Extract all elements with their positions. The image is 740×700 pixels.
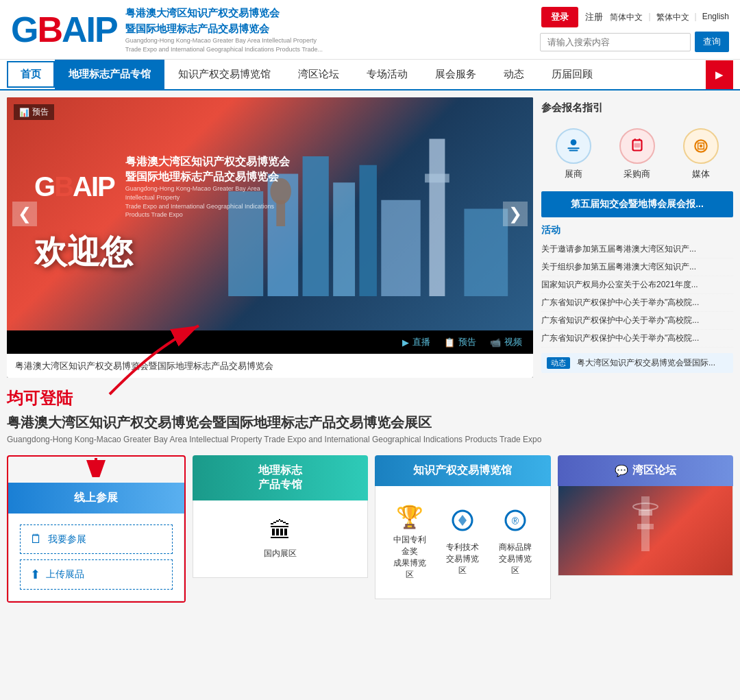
sidebar-news-item-5[interactable]: 广东省知识产权保护中心关于举办"高校院... [541,312,733,330]
lang-tc[interactable]: 繁体中文 [656,12,689,23]
preview-icon: 📋 [444,337,455,348]
down-arrow-annotation [8,457,184,483]
sidebar-news-list: 关于邀请参加第五届粤港澳大湾区知识产... 关于组织参加第五届粤港澳大湾区知识产… [541,241,733,348]
card1-header: 线上参展 [8,483,184,514]
card1-btn1[interactable]: 🗒 我要参展 [20,524,173,554]
left-content: 📊 预告 [7,97,533,378]
card2-label: 国内展区 [264,548,297,559]
nav-news[interactable]: 动态 [490,60,538,89]
upload-icon: ⬆ [30,567,40,582]
svg-point-11 [570,139,576,145]
sidebar-news-item-3[interactable]: 国家知识产权局办公室关于公布2021年度... [541,276,733,294]
card3-patent-gold[interactable]: 🏆 中国专利金奖成果博览区 [386,497,434,588]
carousel-live-ctrl[interactable]: ▶ 直播 [402,336,430,348]
live-icon: ▶ [402,337,409,348]
search-input[interactable] [540,33,691,51]
svg-rect-13 [569,150,578,152]
card3-label3: 商标品牌交易博览区 [499,542,532,577]
card4-body [558,486,734,576]
sidebar-banner[interactable]: 第五届知交会暨地博会展会报... [541,191,733,217]
sidebar-exhibitor[interactable]: 展商 [556,128,591,180]
domestic-icon: 🏛 [269,518,291,544]
carousel-title-line2: 暨国际地理标志产品交易博览会 [125,169,290,184]
sidebar-section-title: 活动 [541,224,733,237]
patent-tech-icon [450,508,475,538]
cards-section: 线上参展 🗒 我要参展 ⬆ 上传展品 地理标志 产品专馆 🏛 国内展区 知识产权… [0,455,740,610]
login-button[interactable]: 登录 [541,7,578,27]
card4-header: 💬 湾区论坛 [558,455,734,486]
card1-btn2-label: 上传展品 [46,568,84,581]
sidebar-news-item-1[interactable]: 关于邀请参加第五届粤港澳大湾区知识产... [541,241,733,258]
card2-domestic[interactable]: 🏛 国内展区 [204,511,357,566]
card1-btn2[interactable]: ⬆ 上传展品 [20,559,173,590]
card-bay-forum: 💬 湾区论坛 [558,455,734,603]
card-ip: 知识产权交易博览馆 🏆 中国专利金奖成果博览区 专利技术交易博览区 ® [375,455,551,603]
participate-icon: 🗒 [30,532,42,546]
nav-forum[interactable]: 湾区论坛 [284,60,353,89]
logo-en-title: Guangdong-Hong Kong-Macao Greater Bay Ar… [125,36,323,53]
logo-a: A [62,10,86,49]
card3-header: 知识产权交易博览馆 [375,455,551,486]
logo-area: GBAIP 粤港澳大湾区知识产权交易博览会 暨国际地理标志产品交易博览会 Gua… [11,5,323,53]
carousel-next-button[interactable]: ❯ [503,202,528,226]
header: GBAIP 粤港澳大湾区知识产权交易博览会 暨国际地理标志产品交易博览会 Gua… [0,0,740,60]
register-button[interactable]: 注册 [585,11,603,23]
exhibitor-icon [556,128,591,164]
carousel: 📊 预告 [7,97,533,378]
nav-home[interactable]: 首页 [7,61,55,88]
annotation-title-cn: 粤港澳大湾区知识产权交易博览会暨国际地理标志产品交易博览会展区 [7,413,733,432]
lang-sc[interactable]: 简体中文 [610,12,643,23]
card3-patent-tech[interactable]: 专利技术交易博览区 [439,497,486,588]
card-online-expo: 线上参展 🗒 我要参展 ⬆ 上传展品 [7,455,186,603]
nav-geo[interactable]: 地理标志产品专馆 [55,60,164,89]
carousel-welcome: 欢迎您 [34,230,133,274]
canton-tower-svg [618,490,673,572]
nav-more[interactable]: ▶ [706,60,733,89]
card-geo: 地理标志 产品专馆 🏛 国内展区 [193,455,369,603]
search-button[interactable]: 查询 [695,32,729,52]
logo-i: I [86,10,95,49]
card4-image [558,486,733,575]
card3-label1: 中国专利金奖成果博览区 [393,534,427,581]
buyer-icon [619,128,655,164]
carousel-video-ctrl[interactable]: 📹 视频 [490,336,522,348]
card3-grid: 🏆 中国专利金奖成果博览区 专利技术交易博览区 ® 商标品牌交易博览区 [386,497,539,588]
card2-body: 🏛 国内展区 [193,500,369,578]
svg-point-17 [700,145,702,147]
news-tag: 动态 [547,357,570,369]
logo-b: B [37,10,62,49]
logo-title: 粤港澳大湾区知识产权交易博览会 暨国际地理标志产品交易博览会 Guangdong… [125,5,323,53]
svg-rect-25 [639,510,652,516]
news-bottom-text: 粤大湾区知识产权交易博览会暨国际... [577,357,715,369]
patent-gold-icon: 🏆 [396,504,423,530]
exhibitor-label: 展商 [565,168,582,180]
sidebar-media[interactable]: 媒体 [683,128,719,180]
svg-rect-26 [637,524,654,529]
carousel-prev-button[interactable]: ❮ [12,202,37,226]
logo-cn-title: 粤港澳大湾区知识产权交易博览会 暨国际地理标志产品交易博览会 [125,5,323,36]
sidebar-bottom-news[interactable]: 动态 粤大湾区知识产权交易博览会暨国际... [541,353,733,373]
nav-service[interactable]: 展会服务 [421,60,490,89]
carousel-controls: ▶ 直播 📋 预告 📹 视频 [7,330,533,354]
sidebar-news-item-2[interactable]: 关于组织参加第五届粤港澳大湾区知识产... [541,258,733,276]
carousel-title-en: Guangdong-Hong Kong-Macao Greater Bay Ar… [125,184,276,219]
sidebar-buyer[interactable]: 采购商 [619,128,655,180]
video-icon: 📹 [490,337,501,348]
sidebar-news-item-6[interactable]: 广东省知识产权保护中心关于举办"高校院... [541,330,733,348]
card1-btn1-label: 我要参展 [48,533,86,546]
logo-g: G [11,10,37,49]
nav-history[interactable]: 历届回顾 [538,60,606,89]
logo-p: P [95,10,117,49]
nav-events[interactable]: 专场活动 [353,60,421,89]
carousel-overlay: GBAIP 粤港澳大湾区知识产权交易博览会 暨国际地理标志产品交易博览会 Gua… [7,97,533,330]
buyer-label: 采购商 [624,168,650,180]
card3-trademark[interactable]: ® 商标品牌交易博览区 [492,497,539,588]
nav-expo[interactable]: 知识产权交易博览馆 [164,60,284,89]
card3-label2: 专利技术交易博览区 [446,542,480,577]
sidebar-news-item-4[interactable]: 广东省知识产权保护中心关于举办"高校院... [541,294,733,312]
lang-en[interactable]: English [702,12,729,23]
card2-header: 地理标志 产品专馆 [193,455,369,500]
card3-body: 🏆 中国专利金奖成果博览区 专利技术交易博览区 ® 商标品牌交易博览区 [375,486,551,599]
carousel-preview-ctrl[interactable]: 📋 预告 [444,336,476,348]
annotation-section: 均可登陆 粤港澳大湾区知识产权交易博览会暨国际地理标志产品交易博览会展区 Gua… [0,378,740,455]
